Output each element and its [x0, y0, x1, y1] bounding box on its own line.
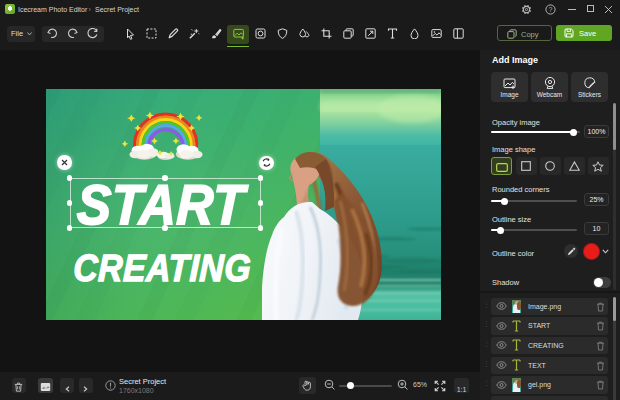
svg-text:?: ? [549, 6, 553, 13]
